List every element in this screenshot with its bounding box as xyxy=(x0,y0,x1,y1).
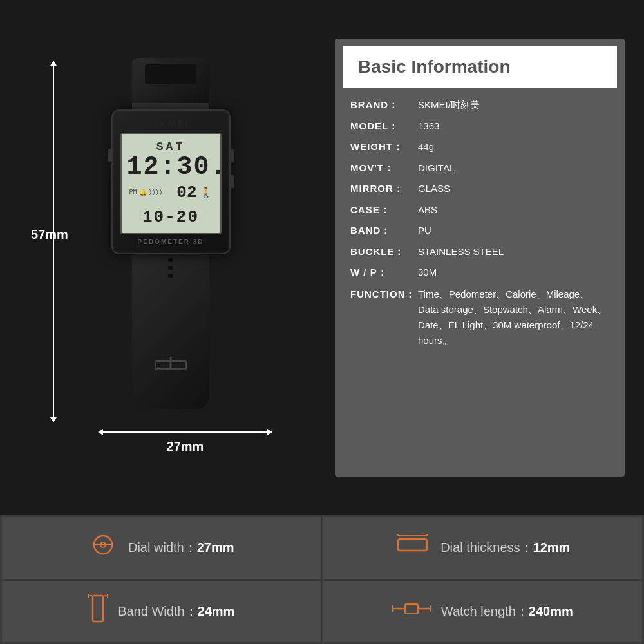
steps-value: 02 xyxy=(176,183,196,202)
info-card: Basic Information BRAND：SKMEI/时刻美MODEL：1… xyxy=(335,39,625,477)
info-key-4: MIRROR： xyxy=(350,182,418,196)
runner-icon: 🚶 xyxy=(200,186,213,199)
function-key: FUNCTION： xyxy=(350,287,418,302)
dial-thickness-text: Dial thickness：12mm xyxy=(440,539,570,556)
brand-label: SKMEI xyxy=(120,118,222,129)
watch-length-label: Watch length： xyxy=(441,604,529,618)
dial-width-label: Dial width： xyxy=(128,540,197,554)
info-content: BRAND：SKMEI/时刻美MODEL：1363WEIGHT：44gMOV'T… xyxy=(335,88,625,365)
info-row-4: MIRROR：GLASS xyxy=(350,182,609,196)
watch-body: SKMEI SAT 12:30. PM 🔔 )))) 02 🚶 xyxy=(97,58,245,470)
measure-cell-band-width: Band Width：24mm xyxy=(2,581,321,643)
screen-time: 12:30. xyxy=(127,155,215,180)
info-key-3: MOV'T： xyxy=(350,161,418,176)
info-key-7: BUCKLE： xyxy=(350,245,418,260)
info-key-8: W / P： xyxy=(350,265,418,280)
info-val-0: SKMEI/时刻美 xyxy=(418,98,480,113)
screen-icons: PM 🔔 )))) xyxy=(129,189,163,196)
dim-label-horizontal: 27mm xyxy=(99,439,272,454)
screen-row2: PM 🔔 )))) 02 🚶 xyxy=(127,180,215,205)
dim-label-vertical: 57mm xyxy=(31,227,68,242)
info-row-1: MODEL：1363 xyxy=(350,119,609,134)
info-val-3: DIGITAL xyxy=(418,161,455,176)
info-title: Basic Information xyxy=(358,57,601,77)
band-width-text: Band Width：24mm xyxy=(118,603,234,620)
strap-buckle xyxy=(155,360,187,370)
info-val-8: 30M xyxy=(418,265,437,280)
watch-case: SKMEI SAT 12:30. PM 🔔 )))) 02 🚶 xyxy=(111,109,231,254)
watch-area: 57mm SKMEI SAT 12:30. xyxy=(19,26,316,489)
info-row-6: BAND：PU xyxy=(350,223,609,238)
dim-line-vertical xyxy=(53,61,54,422)
info-row-8: W / P：30M xyxy=(350,265,609,280)
info-row-0: BRAND：SKMEI/时刻美 xyxy=(350,98,609,113)
info-key-5: CASE： xyxy=(350,203,418,218)
measure-cell-dial-width: Dial width：27mm xyxy=(2,517,321,579)
strap-hole-3 xyxy=(168,274,173,278)
info-key-6: BAND： xyxy=(350,223,418,238)
strap-top xyxy=(132,58,209,109)
svg-rect-14 xyxy=(405,604,418,614)
function-value: Time、Pedometer、Calorie、Mileage、Data stor… xyxy=(418,287,609,348)
pedometer-label: PEDOMETER 3D xyxy=(120,238,222,245)
measurements-bar: Dial width：27mm Dial thickness：12mm xyxy=(0,515,644,644)
dial-thickness-value: 12mm xyxy=(533,540,571,554)
info-row-3: MOV'T：DIGITAL xyxy=(350,161,609,176)
info-key-1: MODEL： xyxy=(350,119,418,134)
watch-length-text: Watch length：240mm xyxy=(441,603,573,620)
band-width-icon xyxy=(88,592,108,630)
band-width-label: Band Width： xyxy=(118,604,197,618)
dial-width-value: 27mm xyxy=(197,540,234,554)
dial-width-text: Dial width：27mm xyxy=(128,539,234,556)
band-width-value: 24mm xyxy=(198,604,235,618)
pm-label: PM xyxy=(129,189,137,196)
vibrate-icon: )))) xyxy=(149,189,163,196)
info-row-5: CASE：ABS xyxy=(350,203,609,218)
info-val-1: 1363 xyxy=(418,119,439,134)
screen-date: 10-20 xyxy=(127,207,215,227)
dim-line-horizontal xyxy=(99,431,272,433)
dial-thickness-icon xyxy=(395,534,430,562)
watch-screen: SAT 12:30. PM 🔔 )))) 02 🚶 10-20 xyxy=(120,133,222,234)
side-button-right-top[interactable] xyxy=(229,149,234,162)
info-val-5: ABS xyxy=(418,203,437,218)
main-container: 57mm SKMEI SAT 12:30. xyxy=(0,0,644,515)
measure-cell-dial-thickness: Dial thickness：12mm xyxy=(323,517,643,579)
dial-thickness-label: Dial thickness： xyxy=(440,540,533,554)
info-val-6: PU xyxy=(418,223,431,238)
side-button-right-bottom[interactable] xyxy=(229,175,234,188)
info-title-bar: Basic Information xyxy=(343,46,617,88)
info-val-7: STAINLESS STEEL xyxy=(418,245,504,260)
strap-hole-1 xyxy=(168,258,173,262)
watch-length-value: 240mm xyxy=(529,604,573,618)
info-val-4: GLASS xyxy=(418,182,450,196)
info-row-function: FUNCTION： Time、Pedometer、Calorie、Mileage… xyxy=(350,287,609,348)
dial-width-icon xyxy=(89,531,118,565)
info-row-7: BUCKLE：STAINLESS STEEL xyxy=(350,245,609,260)
screen-steps: 02 🚶 xyxy=(176,183,212,202)
info-rows-container: BRAND：SKMEI/时刻美MODEL：1363WEIGHT：44gMOV'T… xyxy=(350,98,609,280)
watch-length-icon xyxy=(392,598,431,625)
info-key-0: BRAND： xyxy=(350,98,418,113)
strap-hole-2 xyxy=(168,266,173,270)
info-row-2: WEIGHT：44g xyxy=(350,140,609,155)
svg-rect-5 xyxy=(398,539,427,551)
alarm-icon: 🔔 xyxy=(139,189,147,196)
info-key-2: WEIGHT： xyxy=(350,140,418,155)
measure-cell-watch-length: Watch length：240mm xyxy=(323,581,643,643)
info-val-2: 44g xyxy=(418,140,434,155)
side-button-left[interactable] xyxy=(108,149,113,162)
strap-bottom xyxy=(132,254,209,409)
svg-rect-9 xyxy=(93,596,103,621)
